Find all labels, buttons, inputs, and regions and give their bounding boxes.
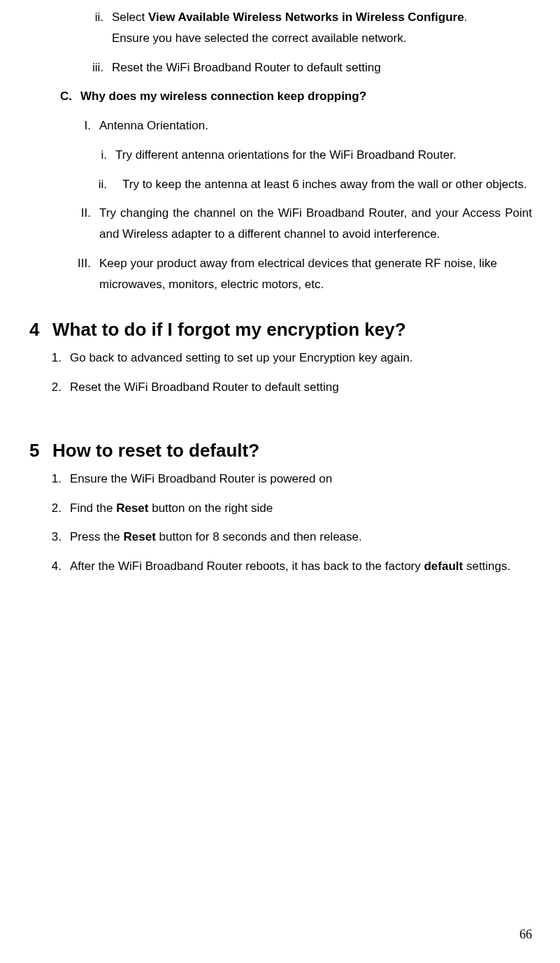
list-item: 1. Go back to advanced setting to set up… xyxy=(42,348,532,369)
marker: 4 xyxy=(28,319,52,341)
content: Antenna Orientation. xyxy=(99,115,532,136)
text: Press the xyxy=(70,530,124,543)
list-item: I. Antenna Orientation. xyxy=(64,115,532,136)
text: button for 8 seconds and then release. xyxy=(156,530,362,543)
marker: 3. xyxy=(42,527,70,548)
list-item: C. Why does my wireless connection keep … xyxy=(28,86,532,107)
text: button on the right side xyxy=(148,501,273,515)
text: Find the xyxy=(70,501,116,515)
content: Keep your product away from electrical d… xyxy=(99,253,532,295)
marker: 2. xyxy=(42,498,70,519)
bold-text: View Available Wireless Networks in Wire… xyxy=(148,10,464,24)
content: After the WiFi Broadband Router reboots,… xyxy=(70,556,532,577)
marker: ii. xyxy=(87,174,115,195)
content: Try different antenna orientations for t… xyxy=(115,145,532,166)
list-item: II. Try changing the channel on the WiFi… xyxy=(64,203,532,245)
content: Reset the WiFi Broadband Router to defau… xyxy=(112,57,532,78)
heading-5: 5 How to reset to default? xyxy=(28,440,532,462)
marker: 2. xyxy=(42,377,70,398)
content: Select View Available Wireless Networks … xyxy=(112,7,532,49)
marker: C. xyxy=(28,86,80,107)
text: . xyxy=(464,10,468,24)
heading-text: What to do if I forgot my encryption key… xyxy=(52,319,406,341)
text: Ensure you have selected the correct ava… xyxy=(112,28,532,49)
list-item: III. Keep your product away from electri… xyxy=(64,253,532,295)
list-item: ii. Try to keep the antenna at least 6 i… xyxy=(87,174,532,195)
content: Try to keep the antenna at least 6 inche… xyxy=(115,174,532,195)
heading-c: Why does my wireless connection keep dro… xyxy=(80,86,532,107)
list-item: ii. Select View Available Wireless Netwo… xyxy=(84,7,532,49)
marker: 5 xyxy=(28,440,52,462)
content: Try changing the channel on the WiFi Bro… xyxy=(99,203,532,245)
marker: 1. xyxy=(42,348,70,369)
list-item: iii. Reset the WiFi Broadband Router to … xyxy=(84,57,532,78)
marker: ii. xyxy=(84,7,112,49)
text: Select xyxy=(112,10,148,24)
list-item: i. Try different antenna orientations fo… xyxy=(87,145,532,166)
heading-text: How to reset to default? xyxy=(52,440,259,462)
marker: 1. xyxy=(42,469,70,490)
bold-text: Reset xyxy=(116,501,148,515)
bold-text: Reset xyxy=(124,530,156,543)
list-item: 4. After the WiFi Broadband Router reboo… xyxy=(42,556,532,577)
marker: iii. xyxy=(84,57,112,78)
heading-4: 4 What to do if I forgot my encryption k… xyxy=(28,319,532,341)
bold-text: default xyxy=(424,559,463,573)
content: Go back to advanced setting to set up yo… xyxy=(70,348,532,369)
marker: 4. xyxy=(42,556,70,577)
list-item: 1. Ensure the WiFi Broadband Router is p… xyxy=(42,469,532,490)
content: Find the Reset button on the right side xyxy=(70,498,532,519)
content: Press the Reset button for 8 seconds and… xyxy=(70,527,532,548)
page-number: 66 xyxy=(519,927,532,942)
list-item: 2. Reset the WiFi Broadband Router to de… xyxy=(42,377,532,398)
marker: II. xyxy=(64,203,99,245)
document-page: ii. Select View Available Wireless Netwo… xyxy=(0,0,560,599)
marker: I. xyxy=(64,115,99,136)
list-item: 3. Press the Reset button for 8 seconds … xyxy=(42,527,532,548)
list-item: 2. Find the Reset button on the right si… xyxy=(42,498,532,519)
text: settings. xyxy=(463,559,510,573)
text: After the WiFi Broadband Router reboots,… xyxy=(70,559,424,573)
marker: i. xyxy=(87,145,115,166)
marker: III. xyxy=(64,253,99,295)
content: Ensure the WiFi Broadband Router is powe… xyxy=(70,469,532,490)
content: Reset the WiFi Broadband Router to defau… xyxy=(70,377,532,398)
